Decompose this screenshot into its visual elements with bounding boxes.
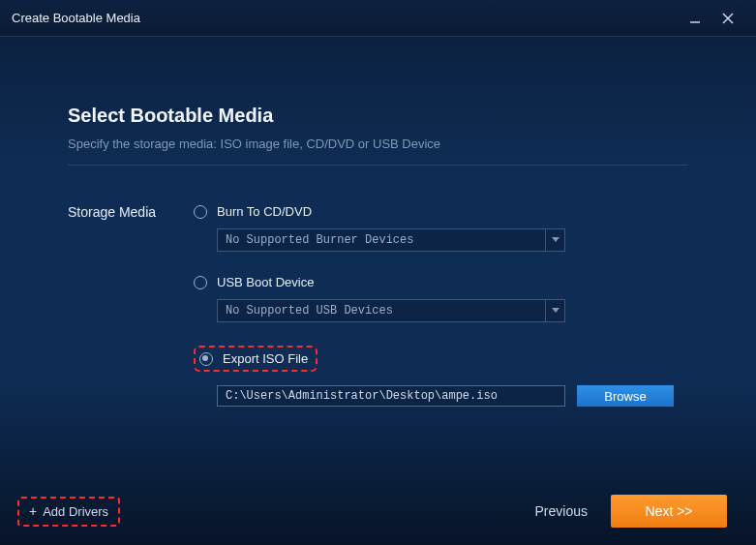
iso-path-input[interactable]: C:\Users\Administrator\Desktop\ampe.iso <box>217 385 565 407</box>
usb-device-selected: No Supported USB Devices <box>218 300 545 321</box>
window-title: Create Bootable Media <box>12 11 679 25</box>
radio-icon <box>199 352 213 366</box>
next-button[interactable]: Next >> <box>611 495 727 528</box>
option-iso-highlight: Export ISO File <box>194 346 318 372</box>
option-cd-dvd[interactable]: Burn To CD/DVD <box>194 204 688 219</box>
option-iso[interactable]: Export ISO File <box>199 351 308 366</box>
svg-marker-3 <box>552 237 559 242</box>
svg-marker-4 <box>552 308 559 313</box>
footer: + Add Drivers Previous Next >> <box>0 495 756 528</box>
add-drivers-button[interactable]: + Add Drivers <box>17 497 120 527</box>
usb-device-dropdown[interactable]: No Supported USB Devices <box>217 299 565 322</box>
browse-button[interactable]: Browse <box>577 385 674 407</box>
page-body: Select Bootable Media Specify the storag… <box>0 37 756 407</box>
plus-icon: + <box>29 504 37 518</box>
titlebar: Create Bootable Media <box>0 0 756 37</box>
option-cd-dvd-label: Burn To CD/DVD <box>217 204 312 219</box>
close-button[interactable] <box>711 4 744 33</box>
radio-icon <box>194 205 207 219</box>
storage-media-label: Storage Media <box>68 204 194 407</box>
page-subtitle: Specify the storage media: ISO image fil… <box>68 136 688 151</box>
option-usb[interactable]: USB Boot Device <box>194 275 688 289</box>
minimize-button[interactable] <box>679 4 711 33</box>
cd-device-selected: No Supported Burner Devices <box>218 229 545 251</box>
page-heading: Select Bootable Media <box>68 105 688 127</box>
radio-icon <box>194 276 207 289</box>
option-iso-label: Export ISO File <box>223 351 308 366</box>
add-drivers-label: Add Drivers <box>43 504 108 519</box>
divider <box>68 165 688 166</box>
chevron-down-icon <box>545 229 564 251</box>
chevron-down-icon <box>545 300 564 321</box>
option-usb-label: USB Boot Device <box>217 275 314 289</box>
cd-device-dropdown[interactable]: No Supported Burner Devices <box>217 228 565 252</box>
previous-button[interactable]: Previous <box>535 503 588 519</box>
